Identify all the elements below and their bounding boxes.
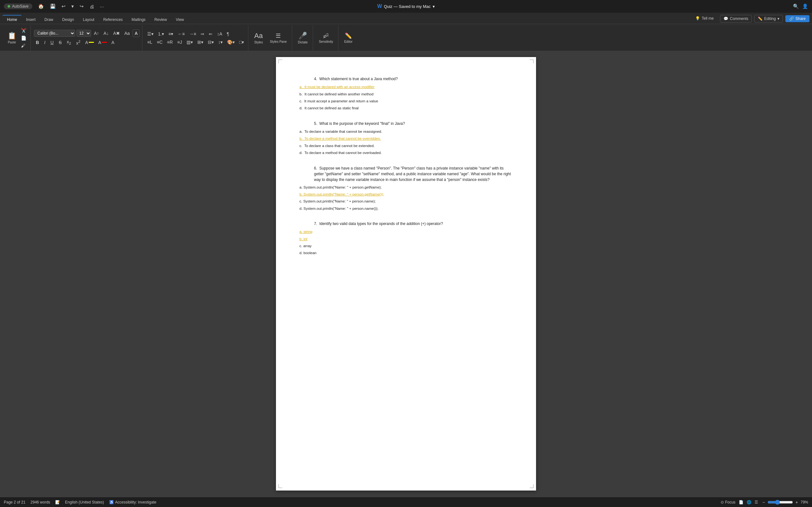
- align-justify-button[interactable]: ≡J: [176, 39, 184, 46]
- document-title-arrow[interactable]: ▾: [433, 4, 435, 9]
- accessibility-icon: ♿: [109, 500, 114, 504]
- profile-icon[interactable]: 👤: [802, 3, 808, 9]
- bullet-list-button[interactable]: ☰▾: [146, 31, 155, 38]
- undo-icon[interactable]: ↩: [60, 3, 67, 10]
- font-size-decrease-button[interactable]: A↓: [102, 30, 110, 37]
- subscript-button[interactable]: x2: [65, 38, 72, 46]
- save-icon[interactable]: 💾: [49, 3, 57, 10]
- undo-arrow-icon[interactable]: ▾: [70, 3, 75, 10]
- underline-button[interactable]: U: [49, 39, 55, 46]
- print-icon[interactable]: 🖨: [88, 3, 96, 10]
- ltr-button[interactable]: ⇒: [199, 31, 206, 38]
- redo-icon[interactable]: ↪: [78, 3, 85, 10]
- font-case-button[interactable]: Aa: [123, 30, 131, 37]
- tab-references[interactable]: References: [99, 15, 127, 24]
- align-center-button[interactable]: ≡C: [155, 39, 164, 46]
- table-format-button[interactable]: ⊟▾: [206, 39, 215, 46]
- styles-group: Aa Styles ☰ Styles Pane: [249, 25, 292, 51]
- print-layout-icon: 📄: [739, 500, 744, 504]
- focus-button[interactable]: ⊙ Focus: [721, 500, 735, 504]
- tab-insert[interactable]: Insert: [21, 15, 40, 24]
- shading-button[interactable]: 🎨▾: [225, 39, 236, 46]
- superscript-button[interactable]: x2: [74, 38, 82, 47]
- styles-button[interactable]: Aa Styles: [252, 29, 265, 48]
- outline-view-button[interactable]: ☰: [755, 500, 758, 504]
- accessibility-indicator[interactable]: ♿ Accessibility: Investigate: [109, 500, 156, 504]
- indent-increase-button[interactable]: →≡: [188, 31, 198, 38]
- font-size-select[interactable]: 12: [77, 30, 91, 37]
- sort-button[interactable]: ↕A: [215, 31, 223, 38]
- borders-button[interactable]: □▾: [238, 39, 246, 46]
- clear-formatting-button[interactable]: A✖: [112, 30, 121, 37]
- font-embellish-button[interactable]: A: [133, 30, 140, 37]
- table-insert-button[interactable]: ⊞▾: [196, 39, 205, 46]
- word-count[interactable]: 2946 words: [31, 500, 50, 504]
- numbered-list-button[interactable]: 1.▾: [156, 31, 165, 38]
- strikethrough-button[interactable]: S: [57, 39, 63, 46]
- comments-button[interactable]: 💬 Comments: [720, 15, 752, 22]
- char-shading-button[interactable]: A: [110, 39, 116, 46]
- more-icon[interactable]: ···: [99, 3, 105, 10]
- web-layout-icon: 🌐: [747, 500, 751, 504]
- cut-button[interactable]: ✂️: [19, 27, 28, 34]
- home-icon[interactable]: 🏠: [37, 3, 45, 10]
- editor-button[interactable]: ✏️ Editor: [342, 29, 355, 48]
- rtl-button[interactable]: ⇐: [207, 31, 214, 38]
- tab-mailings[interactable]: Mailings: [127, 15, 150, 24]
- page-info[interactable]: Page 2 of 21: [4, 500, 26, 504]
- print-layout-button[interactable]: 📄: [739, 500, 744, 504]
- line-spacing-button[interactable]: ↕▾: [217, 39, 224, 46]
- copy-button[interactable]: 📄: [19, 35, 28, 42]
- paste-icon: 📋: [8, 32, 16, 40]
- document-area[interactable]: 4. Which statement is true about a Java …: [0, 51, 812, 497]
- focus-icon: ⊙: [721, 500, 724, 504]
- tab-view[interactable]: View: [171, 15, 189, 24]
- zoom-in-button[interactable]: +: [794, 500, 799, 505]
- dictate-button[interactable]: 🎤 Dictate: [295, 29, 310, 48]
- italic-button[interactable]: I: [42, 39, 47, 46]
- question-4: 4. Which statement is true about a Java …: [298, 76, 514, 111]
- search-icon[interactable]: 🔍: [793, 3, 799, 9]
- zoom-slider[interactable]: [768, 500, 793, 505]
- font-color-button[interactable]: A: [97, 39, 108, 46]
- share-button[interactable]: 🔗 Share: [785, 15, 809, 22]
- align-right-button[interactable]: ≡R: [165, 39, 174, 46]
- web-layout-button[interactable]: 🌐: [747, 500, 751, 504]
- q6-choice-a: a. System.out.println("Name: " + person.…: [299, 184, 514, 190]
- tab-design[interactable]: Design: [58, 15, 78, 24]
- q4-choice-b: b. It cannot be defined within another m…: [299, 91, 514, 97]
- question-5: 5. What is the purpose of the keyword "f…: [298, 121, 514, 156]
- tell-me-button[interactable]: 💡 Tell me: [693, 15, 716, 22]
- language-indicator[interactable]: English (United States): [65, 500, 104, 504]
- tab-home[interactable]: Home: [3, 15, 21, 24]
- font-color-bar: [102, 42, 107, 43]
- tab-layout[interactable]: Layout: [78, 15, 99, 24]
- highlight-icon: A: [85, 40, 88, 45]
- corner-br: [530, 484, 534, 488]
- corner-tr: [530, 60, 534, 63]
- voice-group: 🎤 Dictate: [293, 25, 313, 51]
- text-highlight-button[interactable]: A: [84, 39, 95, 46]
- spell-check[interactable]: 📝: [55, 500, 60, 504]
- columns-button[interactable]: ▥▾: [185, 39, 194, 46]
- question-7-number: 7. Identify two valid data types for the…: [314, 221, 514, 227]
- zoom-out-button[interactable]: −: [761, 500, 766, 505]
- align-left-button[interactable]: ≡L: [146, 39, 154, 46]
- sensitivity-button[interactable]: 🖊 Sensitivity: [316, 29, 336, 48]
- font-family-select[interactable]: Calibri (Bo...: [34, 30, 75, 37]
- autosave-button[interactable]: AutoSave: [4, 3, 32, 9]
- styles-pane-button[interactable]: ☰ Styles Pane: [267, 29, 289, 48]
- format-painter-button[interactable]: 🖌: [19, 42, 28, 49]
- font-size-increase-button[interactable]: A↑: [92, 30, 101, 37]
- ribbon-toolbar: 📋 Paste ✂️ 📄 🖌 Calibri (Bo... 12 A↑ A↓: [0, 24, 812, 52]
- multilevel-list-button[interactable]: ≡▾: [167, 31, 175, 38]
- tab-draw[interactable]: Draw: [40, 15, 58, 24]
- bold-button[interactable]: B: [34, 39, 41, 46]
- paste-button[interactable]: 📋 Paste: [5, 29, 19, 48]
- editing-button[interactable]: ✏️ Editing ▾: [754, 15, 783, 22]
- blank-2: [298, 162, 514, 165]
- tab-review[interactable]: Review: [150, 15, 171, 24]
- indent-decrease-button[interactable]: ←≡: [176, 31, 186, 38]
- show-marks-button[interactable]: ¶: [225, 31, 231, 38]
- zoom-control: − + 79%: [761, 500, 808, 505]
